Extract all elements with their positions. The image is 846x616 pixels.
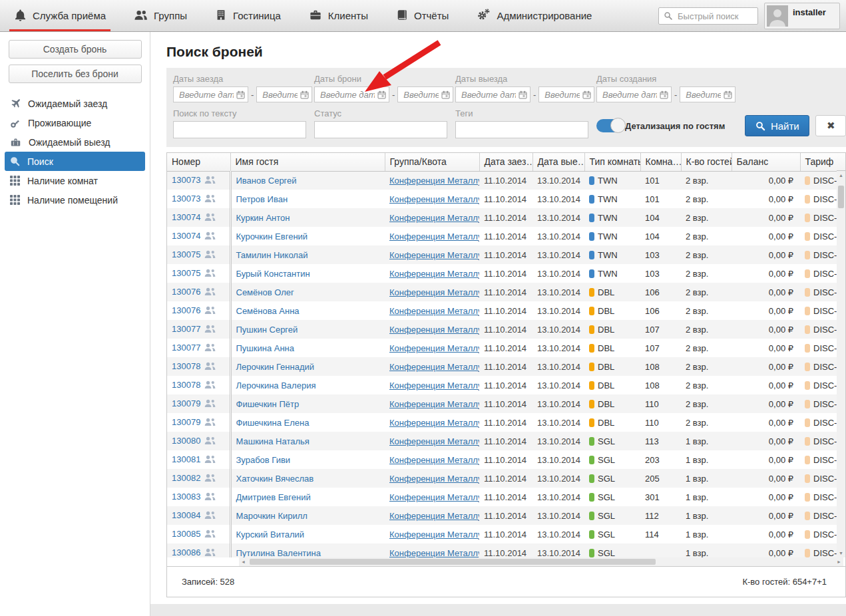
group-quota-link[interactable]: Конференция Металлу: [389, 436, 479, 446]
column-header-5[interactable]: Тип комнаты: [584, 153, 640, 171]
scroll-down-arrow[interactable]: ▼: [837, 549, 845, 557]
booking-number-link[interactable]: 130081: [172, 454, 200, 464]
nav-item-3[interactable]: Клиенты: [295, 0, 382, 31]
date-from-input[interactable]: [319, 89, 376, 100]
calendar-icon[interactable]: [660, 90, 668, 99]
sidebar-item-5[interactable]: Наличие помещений: [5, 190, 145, 210]
calendar-icon[interactable]: [724, 90, 732, 99]
group-quota-link[interactable]: Конференция Металлу: [389, 231, 479, 241]
booking-number-link[interactable]: 130073: [172, 194, 200, 204]
calendar-icon[interactable]: [377, 90, 386, 99]
booking-number-link[interactable]: 130078: [172, 361, 200, 371]
booking-number-link[interactable]: 130075: [172, 249, 200, 259]
guest-name-link[interactable]: Зурабов Гиви: [236, 455, 291, 465]
booking-number-link[interactable]: 130086: [172, 547, 200, 557]
create-booking-button[interactable]: Создать бронь: [9, 40, 142, 59]
booking-number-link[interactable]: 130082: [172, 473, 200, 483]
vertical-scrollbar[interactable]: ▲ ▼: [837, 171, 845, 557]
booking-number-link[interactable]: 130075: [172, 268, 200, 278]
date-to-input[interactable]: [684, 89, 722, 100]
column-header-2[interactable]: Группа/Квота: [385, 153, 479, 171]
guest-name-link[interactable]: Тамилин Николай: [236, 250, 308, 260]
calendar-icon[interactable]: [300, 90, 309, 99]
column-header-9[interactable]: Тариф: [800, 153, 838, 171]
find-button[interactable]: Найти: [745, 115, 809, 136]
date-from-input[interactable]: [601, 89, 658, 100]
guest-name-link[interactable]: Курочкин Евгений: [236, 231, 308, 241]
column-header-7[interactable]: К-во гостей: [681, 153, 732, 171]
group-quota-link[interactable]: Конференция Металлу: [389, 306, 479, 316]
column-header-0[interactable]: Номер: [167, 153, 230, 171]
column-header-3[interactable]: Дата заез…: [479, 153, 532, 171]
group-quota-link[interactable]: Конференция Металлу: [389, 213, 479, 223]
group-quota-link[interactable]: Конференция Металлу: [389, 511, 479, 521]
guest-name-link[interactable]: Дмитриев Евгений: [236, 492, 311, 502]
group-quota-link[interactable]: Конференция Металлу: [389, 325, 479, 335]
guest-name-link[interactable]: Лерочкина Валерия: [236, 381, 316, 390]
booking-number-link[interactable]: 130084: [172, 510, 200, 520]
calendar-icon[interactable]: [582, 90, 591, 99]
guest-name-link[interactable]: Петров Иван: [236, 194, 288, 204]
group-quota-link[interactable]: Конференция Металлу: [389, 381, 479, 390]
guest-name-link[interactable]: Пушкин Сергей: [236, 325, 298, 335]
checkin-without-booking-button[interactable]: Поселить без брони: [9, 65, 142, 83]
guest-name-link[interactable]: Марочкин Кирилл: [236, 511, 308, 521]
nav-item-1[interactable]: Группы: [120, 0, 201, 31]
booking-number-link[interactable]: 130083: [172, 492, 200, 502]
nav-item-2[interactable]: Гостиница: [201, 0, 295, 31]
sidebar-item-1[interactable]: Проживающие: [5, 113, 145, 132]
sidebar-item-0[interactable]: Ожидаемый заезд: [5, 94, 145, 113]
scroll-right-arrow[interactable]: ►: [835, 557, 843, 566]
nav-item-4[interactable]: Отчёты: [382, 0, 463, 31]
booking-number-link[interactable]: 130073: [172, 175, 200, 185]
guest-name-link[interactable]: Иванов Сергей: [236, 176, 297, 186]
calendar-icon[interactable]: [236, 90, 245, 99]
date-to-input[interactable]: [543, 89, 581, 100]
calendar-icon[interactable]: [519, 90, 527, 99]
group-quota-link[interactable]: Конференция Металлу: [389, 194, 479, 204]
group-quota-link[interactable]: Конференция Металлу: [389, 399, 479, 409]
guest-name-link[interactable]: Бурый Константин: [236, 269, 310, 279]
filter-input-2[interactable]: [455, 121, 588, 138]
booking-number-link[interactable]: 130076: [172, 305, 200, 315]
date-to-input[interactable]: [402, 89, 440, 100]
guest-details-toggle[interactable]: [596, 119, 623, 132]
group-quota-link[interactable]: Конференция Металлу: [389, 269, 479, 279]
booking-number-link[interactable]: 130078: [172, 380, 200, 390]
guest-name-link[interactable]: Путилина Валентина: [236, 548, 321, 558]
filter-input-1[interactable]: [314, 121, 447, 138]
booking-number-link[interactable]: 130080: [172, 436, 200, 446]
group-quota-link[interactable]: Конференция Металлу: [389, 362, 479, 372]
column-header-1[interactable]: Имя гостя: [230, 153, 385, 171]
horizontal-scroll-thumb[interactable]: [250, 559, 656, 565]
guest-name-link[interactable]: Машкина Наталья: [236, 436, 310, 446]
guest-name-link[interactable]: Фишечкин Пётр: [236, 399, 300, 409]
date-from-input[interactable]: [178, 89, 235, 100]
booking-number-link[interactable]: 130074: [172, 231, 200, 241]
guest-name-link[interactable]: Курский Виталий: [236, 530, 305, 539]
horizontal-scrollbar[interactable]: ◄ ►: [239, 557, 843, 566]
scroll-up-arrow[interactable]: ▲: [837, 171, 845, 180]
booking-number-link[interactable]: 130079: [172, 398, 200, 408]
column-header-6[interactable]: Комна…: [640, 153, 681, 171]
clear-button[interactable]: ✖: [815, 115, 846, 136]
filter-input-0[interactable]: [173, 121, 306, 138]
group-quota-link[interactable]: Конференция Металлу: [389, 492, 479, 502]
vertical-scroll-thumb[interactable]: [838, 186, 844, 208]
group-quota-link[interactable]: Конференция Металлу: [389, 548, 479, 558]
booking-number-link[interactable]: 130077: [172, 343, 200, 353]
booking-number-link[interactable]: 130079: [172, 417, 200, 427]
quick-search-input[interactable]: [676, 11, 753, 22]
user-menu[interactable]: installer: [764, 3, 840, 29]
guest-name-link[interactable]: Пушкина Анна: [236, 343, 295, 353]
guest-name-link[interactable]: Куркин Антон: [236, 213, 290, 223]
sidebar-item-3[interactable]: Поиск: [5, 152, 145, 171]
nav-item-0[interactable]: Служба приёма: [0, 0, 120, 31]
booking-number-link[interactable]: 130076: [172, 287, 200, 297]
booking-number-link[interactable]: 130074: [172, 212, 200, 222]
group-quota-link[interactable]: Конференция Металлу: [389, 250, 479, 260]
scroll-left-arrow[interactable]: ◄: [239, 557, 248, 566]
nav-item-5[interactable]: Администрирование: [463, 0, 606, 31]
booking-number-link[interactable]: 130077: [172, 324, 200, 334]
sidebar-item-2[interactable]: Ожидаемый выезд: [5, 132, 145, 152]
